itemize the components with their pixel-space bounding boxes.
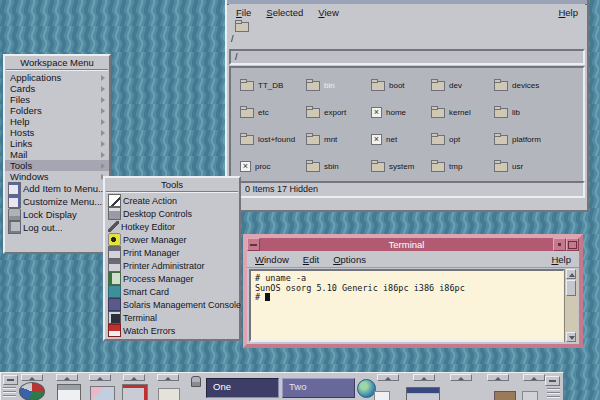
file-item[interactable]: lost+found [240, 135, 306, 145]
menu-item-smart-card[interactable]: Smart Card [105, 285, 239, 298]
file-manager-icon[interactable] [90, 386, 115, 400]
minimize-button[interactable] [553, 238, 566, 251]
path-field[interactable]: / [229, 49, 585, 65]
scroll-down-arrow[interactable] [566, 332, 576, 342]
menu-item-hosts[interactable]: Hosts [5, 127, 109, 138]
workspace-two-button[interactable]: Two [282, 378, 355, 398]
menu-item-printer-administrator[interactable]: Printer Administrator [105, 259, 239, 272]
menu-item-log-out[interactable]: Log out... [5, 221, 109, 234]
menu-item-cards[interactable]: Cards [5, 83, 109, 94]
workspace-one-button[interactable]: One [206, 378, 279, 398]
menu-selected[interactable]: Selected [266, 7, 303, 18]
calendar-subpanel-arrow[interactable] [56, 374, 78, 381]
style-manager-icon[interactable] [374, 391, 390, 400]
terminal-screen[interactable]: # uname -aSunOS osorg 5.10 Generic i86pc… [249, 269, 565, 342]
create-action-icon [108, 194, 121, 207]
menu-help[interactable]: Help [551, 254, 571, 265]
folder-icon [240, 108, 254, 118]
file-item[interactable]: platform [494, 135, 583, 145]
file-item[interactable]: devices [494, 81, 583, 91]
file-item[interactable]: mnt [306, 135, 371, 145]
file-item[interactable]: TT_DB [240, 81, 306, 91]
hotkey-editor-icon [108, 221, 119, 232]
printer-subpanel-arrow[interactable] [413, 374, 435, 381]
menu-options[interactable]: Options [333, 254, 366, 265]
menu-item-lock-display[interactable]: Lock Display [5, 208, 109, 221]
file-item[interactable]: proc [240, 161, 306, 172]
style-subpanel-arrow[interactable] [450, 374, 472, 381]
file-item[interactable]: dev [431, 81, 494, 91]
maximize-button[interactable] [566, 238, 579, 251]
cards-subpanel-arrow[interactable] [377, 374, 399, 381]
file-item[interactable]: opt [431, 135, 494, 145]
file-manager-window: File Selected View Help / / TT_DB bin bo… [225, 0, 589, 212]
menu-help[interactable]: Help [558, 7, 578, 18]
menu-item-files[interactable]: Files [5, 94, 109, 105]
file-item[interactable]: net [371, 134, 431, 145]
menu-item-help[interactable]: Help [5, 116, 109, 127]
panel-minimize-handle-right[interactable] [545, 376, 560, 386]
menu-file[interactable]: File [236, 7, 251, 18]
mail-subpanel-arrow[interactable] [123, 374, 145, 381]
files-subpanel-arrow[interactable] [89, 374, 111, 381]
app-manager-icon[interactable] [494, 391, 516, 400]
menu-item-customize[interactable]: Customize Menu... [5, 195, 109, 208]
file-item[interactable]: home [371, 107, 431, 118]
text-note-icon[interactable] [158, 388, 180, 400]
mail-icon[interactable] [122, 384, 148, 400]
clock-subpanel-arrow[interactable] [21, 374, 43, 381]
file-item[interactable]: bin [306, 81, 371, 91]
scroll-up-arrow[interactable] [566, 269, 576, 279]
menu-item-applications[interactable]: Applications [5, 72, 109, 83]
menu-item-tools[interactable]: Tools [5, 160, 109, 171]
workspace-menu: Workspace Menu Applications Cards Files … [3, 54, 111, 254]
file-item[interactable]: kernel [431, 108, 494, 118]
menu-item-mail[interactable]: Mail [5, 149, 109, 160]
file-item[interactable]: sbin [306, 162, 371, 172]
file-item[interactable]: boot [371, 81, 431, 91]
file-item[interactable]: usr [494, 162, 583, 172]
clock-icon[interactable] [19, 382, 45, 400]
menu-item-windows[interactable]: Windows [5, 171, 109, 182]
terminal-titlebar[interactable]: Terminal [247, 238, 579, 251]
menu-edit[interactable]: Edit [303, 254, 319, 265]
menu-item-add-item[interactable]: Add Item to Menu... [5, 182, 109, 195]
tools-submenu: Tools Create Action Desktop Controls Hot… [103, 176, 241, 341]
trash-subpanel-arrow[interactable] [523, 374, 545, 381]
panel-minimize-handle[interactable] [3, 375, 18, 385]
calendar-icon[interactable] [57, 384, 81, 400]
menu-item-print-manager[interactable]: Print Manager [105, 246, 239, 259]
minimize-icon [7, 379, 14, 381]
folder-icon [306, 162, 320, 172]
window-menu-button[interactable] [247, 238, 260, 251]
menu-item-power-manager[interactable]: Power Manager [105, 233, 239, 246]
file-item[interactable]: system [371, 162, 431, 172]
trash-icon[interactable] [522, 391, 538, 400]
add-item-icon [8, 182, 21, 195]
menu-item-create-action[interactable]: Create Action [105, 194, 239, 207]
file-item[interactable]: lib [494, 108, 583, 118]
menu-item-terminal[interactable]: Terminal [105, 311, 239, 324]
file-item[interactable]: export [306, 108, 371, 118]
solaris-management-console-icon [108, 298, 121, 311]
help-subpanel-arrow[interactable] [487, 374, 509, 381]
menu-item-desktop-controls[interactable]: Desktop Controls [105, 207, 239, 220]
panel-move-handle-right[interactable] [547, 386, 560, 400]
menu-item-process-manager[interactable]: Process Manager [105, 272, 239, 285]
file-item[interactable]: tmp [431, 162, 494, 172]
menu-window[interactable]: Window [255, 254, 289, 265]
menu-item-hotkey-editor[interactable]: Hotkey Editor [105, 220, 239, 233]
current-folder-indicator[interactable]: / [231, 22, 271, 48]
menu-item-folders[interactable]: Folders [5, 105, 109, 116]
terminal-scrollbar[interactable] [564, 269, 577, 342]
printer-icon[interactable] [406, 387, 440, 400]
menu-view[interactable]: View [318, 7, 338, 18]
scrollbar-thumb[interactable] [566, 280, 576, 296]
file-item[interactable]: etc [240, 108, 306, 118]
menu-item-solaris-management-console[interactable]: Solaris Management Console [105, 298, 239, 311]
panel-move-handle-left[interactable] [3, 385, 16, 399]
menu-item-links[interactable]: Links [5, 138, 109, 149]
apps-subpanel-arrow[interactable] [157, 374, 179, 381]
menu-item-watch-errors[interactable]: Watch Errors [105, 324, 239, 337]
lock-icon[interactable] [191, 376, 201, 387]
